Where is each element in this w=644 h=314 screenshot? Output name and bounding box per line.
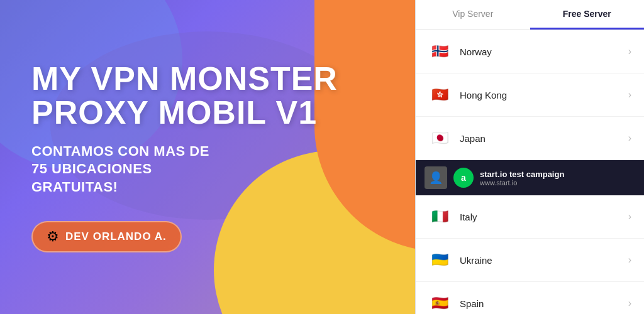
dev-badge[interactable]: ⚙ DEV ORLANDO A.	[31, 221, 182, 252]
server-name-italy: Italy	[460, 212, 628, 222]
title-line1: MY VPN MONSTER	[31, 60, 338, 97]
chevron-norway: ›	[628, 46, 631, 57]
server-name-hongkong: Hong Kong	[460, 90, 628, 100]
subtitle-line1: CONTAMOS CON MAS DE	[31, 143, 209, 159]
right-panel: Vip Server Free Server 🇳🇴 Norway › 🇭🇰 Ho…	[415, 0, 644, 314]
flag-japan: 🇯🇵	[428, 127, 451, 149]
subtitle: CONTAMOS CON MAS DE 75 UBICACIONES GRATU…	[31, 143, 384, 197]
ad-title: start.io test campaign	[480, 170, 564, 179]
ad-logo-icon: a	[453, 168, 474, 188]
server-item-norway[interactable]: 🇳🇴 Norway ›	[416, 30, 644, 73]
flag-ukraine: 🇺🇦	[428, 249, 451, 271]
gear-icon: ⚙	[47, 229, 59, 245]
chevron-ukraine: ›	[628, 254, 631, 266]
ad-banner[interactable]: 👤 a start.io test campaign www.start.io	[416, 160, 644, 195]
server-item-italy[interactable]: 🇮🇹 Italy ›	[416, 195, 644, 239]
chevron-spain: ›	[628, 298, 631, 309]
server-item-hongkong[interactable]: 🇭🇰 Hong Kong ›	[416, 73, 644, 117]
flag-norway: 🇳🇴	[428, 40, 451, 63]
tabs-container: Vip Server Free Server	[416, 0, 644, 30]
ad-url: www.start.io	[480, 179, 564, 187]
subtitle-line3: GRATUITAS!	[31, 179, 118, 195]
left-panel: MY VPN MONSTER PROXY MOBIL V1 CONTAMOS C…	[0, 0, 415, 314]
left-content: MY VPN MONSTER PROXY MOBIL V1 CONTAMOS C…	[31, 62, 384, 253]
server-name-spain: Spain	[460, 298, 628, 309]
server-list: 🇳🇴 Norway › 🇭🇰 Hong Kong › 🇯🇵 Japan › 👤 …	[416, 30, 644, 314]
tab-vip-server[interactable]: Vip Server	[416, 0, 530, 30]
dev-badge-label: DEV ORLANDO A.	[65, 230, 167, 243]
main-title: MY VPN MONSTER PROXY MOBIL V1	[31, 62, 384, 130]
server-name-norway: Norway	[460, 46, 628, 57]
title-line2: PROXY MOBIL V1	[31, 94, 317, 131]
server-name-ukraine: Ukraine	[460, 255, 628, 266]
flag-italy: 🇮🇹	[428, 205, 451, 228]
ad-person-image: 👤	[425, 166, 447, 189]
flag-hongkong: 🇭🇰	[428, 84, 451, 106]
server-item-ukraine[interactable]: 🇺🇦 Ukraine ›	[416, 239, 644, 282]
chevron-hongkong: ›	[628, 89, 631, 100]
tab-free-server[interactable]: Free Server	[530, 0, 645, 30]
server-item-spain[interactable]: 🇪🇸 Spain ›	[416, 282, 644, 314]
server-name-japan: Japan	[460, 133, 628, 144]
ad-text-group: start.io test campaign www.start.io	[480, 170, 564, 187]
chevron-japan: ›	[628, 133, 631, 144]
chevron-italy: ›	[628, 211, 631, 222]
server-item-japan[interactable]: 🇯🇵 Japan ›	[416, 117, 644, 160]
subtitle-line2: 75 UBICACIONES	[31, 161, 152, 176]
flag-spain: 🇪🇸	[428, 292, 451, 314]
